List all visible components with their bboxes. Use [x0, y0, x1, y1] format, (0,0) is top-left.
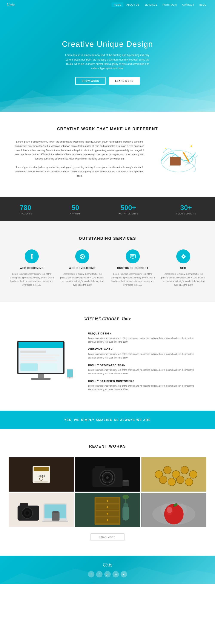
svg-rect-83 [123, 506, 129, 520]
nav-about[interactable]: ABOUT US [124, 2, 141, 7]
svg-point-86 [123, 495, 129, 499]
feature-unique-design: UNIQUE DESIGN Lorem Ipsum is simply dumm… [88, 332, 202, 344]
service-web-dev-desc: Lorem Ipsum is simply dummy text of the … [59, 272, 105, 287]
why-features: UNIQUE DESIGN Lorem Ipsum is simply dumm… [88, 332, 202, 396]
nav-blog[interactable]: BLOG [197, 2, 208, 7]
feature-unique-design-desc: Lorem Ipsum is simply dummy text of the … [88, 336, 202, 344]
service-web-dev: WEB DEVELOPING Lorem Ipsum is simply dum… [59, 250, 105, 287]
work-2-illustration [75, 457, 140, 492]
svg-point-94 [167, 506, 172, 513]
service-support-icon [126, 250, 140, 264]
svg-rect-26 [21, 350, 46, 353]
svg-rect-71 [52, 512, 60, 520]
hero-title: Creative Unique Design [62, 40, 153, 49]
work-5-illustration [75, 493, 140, 527]
svg-rect-45 [95, 466, 105, 470]
svg-point-67 [26, 511, 29, 515]
svg-point-49 [106, 476, 109, 479]
creative-illustration [157, 140, 200, 174]
service-seo-icon [176, 250, 190, 264]
service-web-design-icon [25, 250, 39, 264]
stat-clients-label: HAPPY CLIENTS [118, 212, 138, 215]
services-title: OUTSTANDING SERVICES [9, 236, 206, 241]
work-item-1[interactable]: Riding [9, 457, 74, 492]
creative-text: Lorem Ipsum is simply dummy text of the … [13, 140, 146, 182]
stat-members-number: 30+ [176, 204, 196, 212]
service-seo-desc: Lorem Ipsum is simply dummy text of the … [160, 272, 206, 287]
svg-rect-27 [21, 354, 59, 356]
why-brand: Unix [122, 317, 131, 321]
works-title: RECENT WORKS [9, 444, 206, 449]
svg-point-80 [107, 506, 108, 508]
navbar: Unix HOME ABOUT US SERVICES PORTFOLIO CO… [0, 0, 215, 9]
nav-contact[interactable]: CONTACT [180, 2, 196, 7]
work-1-illustration: Riding [9, 457, 74, 492]
stats-bar: 780 PROJECTS 50 AWARDS 500+ HAPPY CLIENT… [0, 197, 215, 221]
feature-dedicated-team: HIGHLY DEDICATED TEAM Lorem Ipsum is sim… [88, 364, 202, 376]
svg-rect-28 [21, 357, 55, 359]
feature-creative-work-title: CREATIVE WORK [88, 348, 202, 351]
gear-icon [180, 253, 187, 260]
load-more-button[interactable]: LOAD MORE [91, 534, 124, 541]
service-web-dev-title: WEB DEVELOPING [59, 266, 105, 270]
feature-unique-design-title: UNIQUE DESIGN [88, 332, 202, 335]
svg-rect-30 [21, 364, 38, 371]
why-content: UNIQUE DESIGN Lorem Ipsum is simply dumm… [13, 332, 202, 396]
service-web-design-title: WEB DESIGNING [9, 266, 55, 270]
work-item-5[interactable] [75, 493, 140, 527]
svg-rect-70 [42, 520, 68, 522]
svg-point-81 [107, 513, 108, 514]
paintbrush-icon [29, 253, 35, 260]
svg-rect-33 [31, 378, 51, 380]
service-web-design-desc: Lorem Ipsum is simply dummy text of the … [9, 272, 55, 287]
stat-awards: 50 AWARDS [70, 204, 81, 215]
stat-clients-number: 500+ [118, 204, 138, 212]
svg-point-5 [190, 145, 192, 147]
navbar-links: HOME ABOUT US SERVICES PORTFOLIO CONTACT… [112, 2, 208, 7]
footer: Unix f t g+ in ▸ [0, 556, 215, 584]
svg-rect-31 [40, 364, 57, 371]
svg-rect-18 [130, 254, 135, 258]
svg-rect-35 [67, 370, 73, 377]
services-grid: WEB DESIGNING Lorem Ipsum is simply dumm… [9, 250, 206, 287]
feature-dedicated-team-desc: Lorem Ipsum is simply dummy text of the … [88, 368, 202, 376]
svg-point-17 [82, 256, 83, 257]
creative-content: Lorem Ipsum is simply dummy text of the … [13, 140, 202, 182]
footer-mountains [0, 562, 215, 584]
work-item-2[interactable] [75, 457, 140, 492]
feature-creative-work: CREATIVE WORK Lorem Ipsum is simply dumm… [88, 348, 202, 360]
service-web-dev-icon [75, 250, 89, 264]
svg-rect-25 [19, 342, 63, 348]
works-grid: Riding [9, 457, 206, 527]
feature-creative-work-desc: Lorem Ipsum is simply dummy text of the … [88, 352, 202, 360]
stat-projects: 780 PROJECTS [19, 204, 32, 215]
svg-point-60 [176, 476, 184, 484]
nav-services[interactable]: SERVICES [142, 2, 159, 7]
cta-text: YES, WE SIMPLY AMAZING AS ALWAYS WE ARE [8, 418, 207, 422]
svg-point-41 [34, 481, 49, 483]
svg-point-36 [69, 377, 71, 378]
work-3-illustration [141, 457, 206, 492]
svg-point-51 [123, 480, 129, 482]
service-support: CUSTOMER SUPPORT Lorem Ipsum is simply d… [110, 250, 156, 287]
creative-title: CREATIVE WORK THAT MAKE US DIFFERENT [13, 127, 202, 131]
stat-members: 30+ TEAM MEMBERS [176, 204, 196, 215]
svg-point-61 [185, 478, 193, 486]
service-web-design: WEB DESIGNING Lorem Ipsum is simply dumm… [9, 250, 55, 287]
work-item-6[interactable] [141, 493, 206, 527]
svg-point-13 [31, 257, 33, 259]
nav-home[interactable]: HOME [112, 2, 123, 7]
work-item-4[interactable] [9, 493, 74, 527]
navbar-logo: Unix [7, 2, 15, 7]
why-title-text: WHY WE CHOOSE [84, 317, 119, 321]
svg-point-7 [193, 156, 194, 157]
svg-rect-12 [31, 254, 33, 254]
svg-rect-2 [170, 157, 180, 165]
svg-point-72 [52, 511, 59, 513]
work-item-3[interactable] [141, 457, 206, 492]
svg-rect-32 [38, 374, 44, 378]
why-image [13, 339, 77, 389]
nav-portfolio[interactable]: PORTFOLIO [160, 2, 179, 7]
svg-point-56 [181, 466, 188, 474]
stat-clients: 500+ HAPPY CLIENTS [118, 204, 138, 215]
